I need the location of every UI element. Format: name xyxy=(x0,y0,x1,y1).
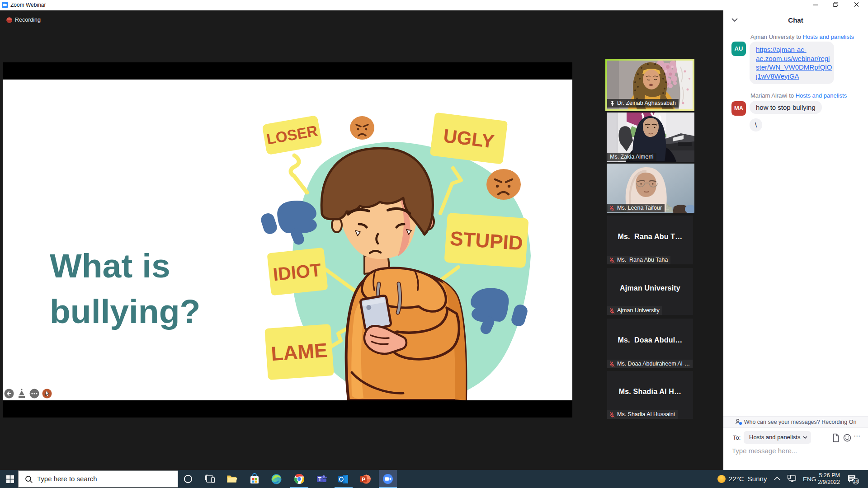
svg-text:10: 10 xyxy=(854,479,858,483)
svg-text:LAME: LAME xyxy=(270,339,328,365)
